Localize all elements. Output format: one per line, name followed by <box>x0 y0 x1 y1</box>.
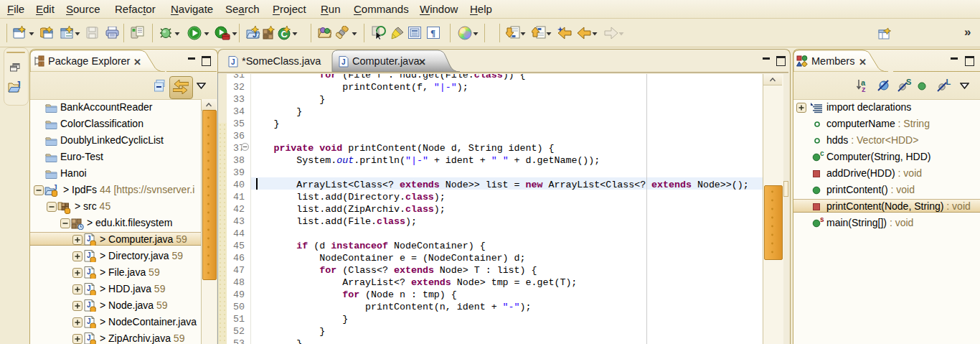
svg-text:¶: ¶ <box>430 27 435 38</box>
svg-text:J: J <box>231 58 235 66</box>
svg-text:L: L <box>946 78 951 86</box>
svg-text:J: J <box>341 58 346 66</box>
svg-text:S: S <box>906 78 911 86</box>
svg-text:z: z <box>862 85 866 93</box>
